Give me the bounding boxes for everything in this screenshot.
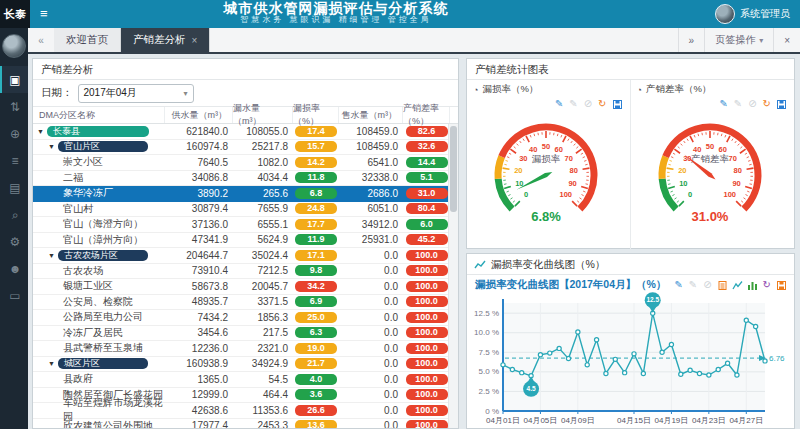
table-row[interactable]: 崇文小区7640.51082.014.26541.014.4 [33, 155, 458, 171]
tab-close-icon[interactable]: × [192, 35, 198, 46]
user-menu[interactable]: 系统管理员 [715, 4, 790, 24]
table-row[interactable]: 象华冷冻厂3890.2265.66.82686.031.0 [33, 186, 458, 202]
nrw-rate-badge: 5.1 [406, 172, 448, 183]
edit-icon[interactable]: ✎ [719, 99, 727, 109]
supply-volume-value: 7434.2 [197, 312, 228, 323]
table-row[interactable]: 县武警桥至玉泉埔12236.02321.019.00.0100.0 [33, 341, 458, 357]
table-row[interactable]: 欣农建筑公司外围地17977.42453.313.60.0100.0 [33, 419, 458, 429]
tab-home[interactable]: 欢迎首页 [54, 28, 121, 52]
menu-toggle-icon[interactable]: ≡ [40, 6, 48, 21]
sold-volume: 6541.0 [339, 155, 403, 170]
supply-volume-value: 58673.8 [192, 281, 228, 292]
leak-rate-badge: 11.9 [295, 234, 337, 245]
table-row[interactable]: ▼城区片区160938.934924.921.70.0100.0 [33, 357, 458, 373]
edit-disabled-icon[interactable]: ✎ [734, 99, 742, 109]
save-icon[interactable] [613, 100, 622, 109]
edit-icon[interactable]: ✎ [555, 99, 563, 109]
supply-volume-value: 160974.8 [186, 141, 228, 152]
sidebar-item-sort[interactable]: ⇅ [0, 93, 28, 120]
supply-volume: 7434.2 [165, 310, 233, 325]
leak-volume: 217.5 [233, 326, 293, 341]
table-scrollbar-thumb[interactable] [450, 126, 457, 212]
save-icon[interactable] [777, 100, 786, 109]
sold-volume: 0.0 [339, 372, 403, 387]
expand-caret-icon[interactable]: ▼ [37, 128, 44, 135]
edit-icon[interactable]: ✎ [674, 280, 682, 290]
sidebar-item-target[interactable]: ⊕ [0, 120, 28, 147]
table-row[interactable]: 官山（海澄方向）37136.06555.117.734912.06.0 [33, 217, 458, 233]
refresh-icon[interactable]: ↻ [598, 99, 606, 109]
refresh-icon[interactable]: ↻ [763, 99, 771, 109]
line-chart-icon [475, 260, 486, 269]
table-row[interactable]: 冷冻厂及居民3454.6217.56.30.0100.0 [33, 326, 458, 342]
sidebar-item-list[interactable]: ≡ [0, 147, 28, 174]
col-header-supply: 供水量（m³） [165, 107, 233, 123]
bar-chart-icon[interactable] [748, 281, 757, 290]
sidebar-item-monitor[interactable]: ▭ [0, 282, 28, 309]
leak-volume-value: 7655.9 [257, 203, 288, 214]
table-row[interactable]: 官山（漳州方向）47341.95624.911.925931.045.2 [33, 233, 458, 249]
clear-icon[interactable]: ⊘ [748, 99, 756, 109]
leak-volume-value: 7212.5 [257, 265, 288, 276]
month-select[interactable]: 2017年04月 ▾ [78, 84, 194, 103]
table-row[interactable]: 公路局至电力公司7434.21856.325.00.0100.0 [33, 310, 458, 326]
leak-volume: 5624.9 [233, 233, 293, 248]
dma-name: 古农农场 [63, 264, 103, 278]
leak-rate-badge: 11.8 [295, 172, 337, 183]
sidebar-avatar[interactable] [2, 34, 26, 58]
table-row[interactable]: 车站至煌辉市场龙溪花园42638.611353.626.60.0100.0 [33, 403, 458, 419]
edit-disabled-icon[interactable]: ✎ [569, 99, 577, 109]
sidebar-item-search[interactable]: ⌕ [0, 201, 28, 228]
sidebar-item-settings[interactable]: ⚙ [0, 228, 28, 255]
export-doc-icon[interactable] [718, 281, 727, 290]
save-icon[interactable] [777, 281, 786, 290]
leak-rate-cell: 11.9 [293, 233, 339, 248]
tab-operations-dropdown[interactable]: 页签操作 ▾ [704, 28, 773, 52]
tabs-collapse-icon[interactable]: « [28, 28, 54, 52]
sidebar-item-report[interactable]: ▤ [0, 174, 28, 201]
table-row[interactable]: ▼官山片区160974.825217.815.7108459.032.6 [33, 140, 458, 156]
leak-volume: 20045.7 [233, 279, 293, 294]
tabs-expand-icon[interactable]: » [678, 28, 705, 52]
expand-caret-icon[interactable]: ▼ [48, 360, 55, 367]
leak-rate-cell: 19.0 [293, 341, 339, 356]
nav-analysis-icon: ▣ [9, 73, 20, 87]
expand-caret-icon[interactable]: ▼ [48, 252, 55, 259]
clear-icon[interactable]: ⊘ [703, 280, 711, 290]
leak-rate-badge: 13.6 [295, 420, 337, 429]
table-row[interactable]: ▼古农农场片区204644.735024.417.10.0100.0 [33, 248, 458, 264]
table-row[interactable]: 银塘工业区58673.820045.734.20.0100.0 [33, 279, 458, 295]
sold-volume: 25931.0 [339, 233, 403, 248]
nrw-rate-cell: 45.2 [403, 233, 450, 248]
nrw-rate-cell: 32.6 [403, 140, 450, 155]
sold-volume-value: 0.0 [384, 405, 398, 416]
panel-title: 产销差统计图表 [467, 59, 794, 80]
close-all-tabs-button[interactable]: × [773, 28, 800, 52]
clear-icon[interactable]: ⊘ [584, 99, 592, 109]
nrw-rate-cell: 14.4 [403, 155, 450, 170]
table-row[interactable]: 公安局、检察院48935.73371.56.90.0100.0 [33, 295, 458, 311]
sidebar-item-users[interactable]: ☻ [0, 255, 28, 282]
leak-rate-badge: 9.8 [295, 265, 337, 276]
table-row[interactable]: 古农农场73910.47212.59.80.0100.0 [33, 264, 458, 280]
table-row[interactable]: 官山村30879.47655.924.86051.080.4 [33, 202, 458, 218]
refresh-icon[interactable]: ↻ [763, 280, 771, 290]
tab-nrw-analysis[interactable]: 产销差分析× [121, 28, 210, 52]
dma-table-body: ▼长泰县621840.0108055.017.4108459.082.6▼官山片… [33, 124, 458, 429]
table-scrollbar[interactable] [448, 124, 458, 429]
table-row[interactable]: 县政府1365.054.54.00.0100.0 [33, 372, 458, 388]
line-chart-icon[interactable] [733, 281, 742, 290]
expand-caret-icon[interactable]: ▼ [48, 143, 55, 150]
leak-volume-value: 6555.1 [257, 219, 288, 230]
leak-rate-cell: 6.3 [293, 326, 339, 341]
nrw-rate-gauge-panel: ◔ 产销差率（%） ✎✎⊘↻ 0102030405060708090100产销差… [631, 80, 795, 249]
table-row[interactable]: ▼长泰县621840.0108055.017.4108459.082.6 [33, 124, 458, 140]
svg-text:70: 70 [729, 154, 737, 163]
sold-volume: 32338.0 [339, 171, 403, 186]
sidebar-item-analysis[interactable]: ▣ [0, 66, 28, 93]
edit-disabled-icon[interactable]: ✎ [689, 280, 697, 290]
nrw-rate-cell: 100.0 [403, 419, 450, 429]
gauge-title: 产销差率（%） [646, 83, 711, 96]
leak-volume-value: 1856.3 [257, 312, 288, 323]
table-row[interactable]: 二福34086.84034.411.832338.05.1 [33, 171, 458, 187]
